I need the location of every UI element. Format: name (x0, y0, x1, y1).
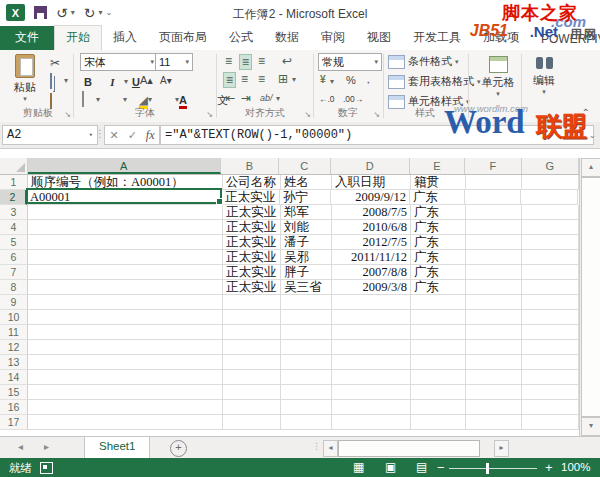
cell-B8[interactable]: 正太实业 (223, 280, 281, 295)
cell-F12[interactable] (466, 340, 522, 355)
font-name-combo[interactable]: 宋体 ▾ (80, 53, 158, 71)
font-dialog-launcher-icon[interactable]: ↘ (206, 111, 213, 119)
cell-B11[interactable] (223, 325, 281, 340)
cell-B4[interactable]: 正太实业 (223, 220, 281, 235)
cell-F13[interactable] (466, 355, 522, 370)
cell-C10[interactable] (281, 310, 332, 325)
tab-开始[interactable]: 开始 (54, 25, 102, 51)
col-header-E[interactable]: E (410, 158, 465, 174)
cell-G3[interactable] (522, 205, 579, 220)
cell-D10[interactable] (332, 310, 411, 325)
cell-A10[interactable] (28, 310, 223, 325)
cell-G1[interactable] (522, 175, 579, 190)
cell-A2[interactable]: A00001 (27, 190, 222, 205)
insert-function-icon[interactable]: fx (146, 128, 155, 143)
cell-C4[interactable]: 刘能 (281, 220, 332, 235)
cell-E14[interactable] (411, 370, 466, 385)
cell-D4[interactable]: 2010/6/8 (332, 220, 411, 235)
cell-E1[interactable]: 籍贯 (411, 175, 466, 190)
cell-C1[interactable]: 姓名 (281, 175, 332, 190)
tab-插入[interactable]: 插入 (102, 26, 148, 50)
cell-G14[interactable] (522, 370, 579, 385)
cell-C2[interactable]: 孙宁 (280, 190, 331, 205)
cell-C16[interactable] (281, 400, 332, 415)
cell-E4[interactable]: 广东 (411, 220, 466, 235)
cell-G13[interactable] (522, 355, 579, 370)
vertical-scrollbar[interactable]: ▴ ▾ (579, 158, 600, 436)
cell-B17[interactable] (223, 415, 281, 430)
cell-A16[interactable] (28, 400, 223, 415)
cell-F8[interactable] (466, 280, 522, 295)
new-sheet-icon[interactable]: + (170, 440, 187, 457)
cell-D2[interactable]: 2009/9/12 (331, 190, 410, 205)
comma-style-icon[interactable]: ， (363, 75, 373, 85)
cell-G4[interactable] (522, 220, 579, 235)
cell-A14[interactable] (28, 370, 223, 385)
cell-C5[interactable]: 潘子 (281, 235, 332, 250)
fill-color-dropdown-icon[interactable]: ▾ (123, 95, 127, 104)
cell-A13[interactable] (28, 355, 223, 370)
row-header-9[interactable]: 9 (0, 295, 28, 310)
cell-D8[interactable]: 2009/3/8 (332, 280, 411, 295)
cell-D6[interactable]: 2011/11/12 (332, 250, 411, 265)
cell-B2[interactable]: 正太实业 (222, 190, 280, 205)
cell-C7[interactable]: 胖子 (281, 265, 332, 280)
clipboard-dialog-launcher-icon[interactable]: ↘ (64, 111, 71, 119)
font-color-dropdown-icon[interactable]: ▾ (148, 95, 152, 104)
cell-E10[interactable] (411, 310, 466, 325)
scroll-down-icon[interactable]: ▾ (581, 417, 600, 436)
cell-C8[interactable]: 吴三省 (281, 280, 332, 295)
cancel-icon[interactable]: ✕ (109, 129, 118, 142)
cell-C15[interactable] (281, 385, 332, 400)
orientation-icon[interactable]: ab/ (260, 93, 273, 103)
cell-A4[interactable] (28, 220, 223, 235)
cell-D5[interactable]: 2012/7/5 (332, 235, 411, 250)
formula-input[interactable]: ="A"&TEXT(ROW()-1,"00000") (160, 125, 594, 145)
cell-A17[interactable] (28, 415, 223, 430)
cell-G15[interactable] (522, 385, 579, 400)
cell-B1[interactable]: 公司名称 (223, 175, 281, 190)
bold-button[interactable]: B (84, 77, 92, 88)
number-format-combo[interactable]: 常规 ▾ (318, 53, 382, 71)
shrink-font-icon[interactable]: A▾ (160, 76, 172, 86)
cell-G6[interactable] (522, 250, 579, 265)
row-header-3[interactable]: 3 (0, 205, 28, 220)
scroll-up-icon[interactable]: ▴ (581, 158, 600, 177)
cell-G16[interactable] (522, 400, 579, 415)
decrease-indent-icon[interactable]: ⇤ (223, 91, 237, 105)
row-header-14[interactable]: 14 (0, 370, 28, 385)
cell-F10[interactable] (466, 310, 522, 325)
cell-E5[interactable]: 广东 (411, 235, 466, 250)
enter-icon[interactable]: ✓ (128, 129, 137, 142)
cell-D11[interactable] (332, 325, 411, 340)
col-header-D[interactable]: D (331, 158, 410, 174)
row-header-10[interactable]: 10 (0, 310, 28, 325)
cell-B6[interactable]: 正太实业 (223, 250, 281, 265)
cell-G12[interactable] (522, 340, 579, 355)
cell-C12[interactable] (281, 340, 332, 355)
hscroll-left-icon[interactable]: ◂ (323, 440, 338, 457)
cell-D13[interactable] (332, 355, 411, 370)
row-header-12[interactable]: 12 (0, 340, 28, 355)
cell-G10[interactable] (522, 310, 579, 325)
zoom-slider-track[interactable] (449, 468, 537, 469)
cell-D12[interactable] (332, 340, 411, 355)
cell-E3[interactable]: 广东 (411, 205, 466, 220)
cell-F9[interactable] (466, 295, 522, 310)
cell-A15[interactable] (28, 385, 223, 400)
row-header-11[interactable]: 11 (0, 325, 28, 340)
cell-B15[interactable] (223, 385, 281, 400)
tab-公式[interactable]: 公式 (218, 26, 264, 50)
percent-style-icon[interactable]: % (346, 75, 356, 86)
collapse-ribbon-icon[interactable]: ⌃ (582, 107, 590, 118)
underline-button[interactable]: U (132, 77, 140, 88)
macro-record-icon[interactable] (40, 462, 53, 474)
cell-B13[interactable] (223, 355, 281, 370)
zoom-percentage[interactable]: 100% (561, 461, 590, 473)
vertical-scroll-thumb[interactable] (581, 177, 600, 417)
col-header-A[interactable]: A (28, 158, 221, 174)
row-header-15[interactable]: 15 (0, 385, 28, 400)
cell-A1[interactable]: 顺序编号（例如：A00001） (28, 175, 223, 190)
cell-C13[interactable] (281, 355, 332, 370)
col-header-G[interactable]: G (522, 158, 579, 174)
